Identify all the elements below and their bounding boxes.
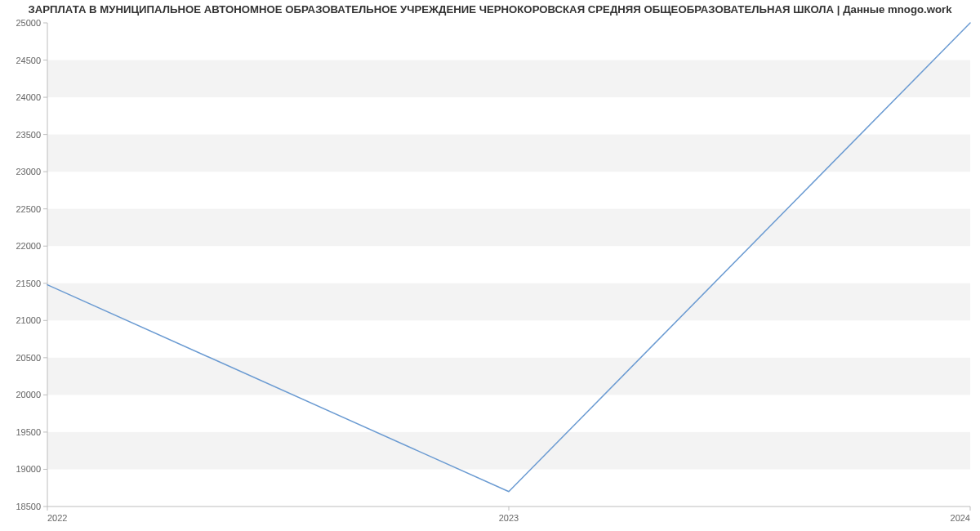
y-tick-label: 20000 [16, 390, 41, 399]
grid-band [47, 432, 970, 470]
y-tick-label: 24000 [16, 92, 41, 102]
x-tick-label: 2024 [951, 513, 970, 523]
y-tick-label: 22000 [16, 241, 41, 251]
grid-band [47, 358, 970, 395]
y-tick-label: 23500 [16, 130, 41, 140]
grid-band [47, 135, 970, 172]
grid-band [47, 283, 970, 321]
x-tick-label: 2022 [47, 513, 67, 523]
grid-band [47, 209, 970, 247]
grid-band [47, 60, 970, 98]
y-tick-label: 19000 [16, 464, 41, 474]
y-tick-label: 25000 [16, 18, 41, 28]
y-tick-label: 20500 [16, 353, 41, 363]
chart-svg: 1850019000195002000020500210002150022000… [0, 0, 980, 531]
y-tick-label: 22500 [16, 204, 41, 214]
salary-line-chart: ЗАРПЛАТА В МУНИЦИПАЛЬНОЕ АВТОНОМНОЕ ОБРА… [0, 0, 980, 531]
x-tick-label: 2023 [499, 513, 519, 523]
y-tick-label: 18500 [16, 502, 41, 511]
y-tick-label: 23000 [16, 167, 41, 176]
y-tick-label: 19500 [16, 427, 41, 437]
y-tick-label: 24500 [16, 56, 41, 65]
y-tick-label: 21500 [16, 279, 41, 288]
y-tick-label: 21000 [16, 315, 41, 325]
chart-title: ЗАРПЛАТА В МУНИЦИПАЛЬНОЕ АВТОНОМНОЕ ОБРА… [0, 3, 980, 16]
